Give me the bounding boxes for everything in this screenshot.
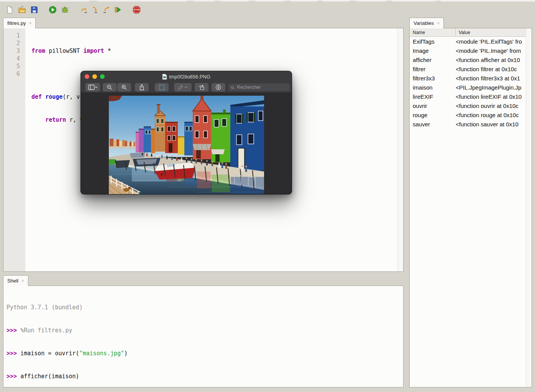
run-icon: [49, 6, 57, 14]
traffic-lights: [85, 74, 105, 79]
preview-search-field[interactable]: [228, 83, 290, 91]
variables-panel: Name Value ExifTags<module 'PIL.ExifTags…: [409, 28, 532, 387]
shell-panel[interactable]: Python 3.7.1 (bundled) >>> %Run filtres.…: [3, 286, 404, 387]
line-number-gutter: 1 2 3 4 5 6: [3, 28, 25, 271]
sidebar-icon: [88, 85, 97, 90]
window-title: tmp0f28o656.PNG: [162, 74, 210, 80]
line-number: 5: [3, 62, 25, 70]
new-file-button[interactable]: [5, 5, 15, 15]
step-out-button[interactable]: [101, 5, 111, 15]
variable-row[interactable]: afficher<function afficher at 0x10: [410, 55, 526, 64]
svg-text:STOP: STOP: [134, 9, 139, 11]
variable-row[interactable]: filtrer3x3<function filtrer3x3 at 0x1: [410, 74, 526, 83]
rotate-left-icon: [199, 84, 205, 90]
markup-circle-icon: [215, 84, 222, 90]
preview-toolbar: [81, 82, 292, 93]
save-icon: [30, 6, 38, 14]
step-over-button[interactable]: [79, 5, 89, 15]
markup-pen-button[interactable]: [174, 83, 192, 91]
tab-label: Variables: [414, 20, 434, 26]
zoom-window-button[interactable]: [100, 74, 105, 79]
shell-line: >>> afficher(imaison): [7, 372, 403, 380]
new-file-icon: [6, 6, 14, 14]
shell-output: Python 3.7.1 (bundled) >>> %Run filtres.…: [3, 286, 403, 392]
variables-header: Name Value: [410, 28, 532, 37]
stop-button[interactable]: STOP: [131, 5, 141, 15]
selection-button[interactable]: [155, 83, 169, 91]
debug-icon: [61, 6, 69, 14]
resume-icon: [113, 6, 121, 14]
variable-row[interactable]: filtrer<function filtrer at 0x10c: [410, 64, 526, 74]
variable-row[interactable]: Image<module 'PIL.Image' from: [410, 46, 526, 55]
search-input[interactable]: [236, 84, 287, 90]
line-number: 2: [3, 39, 25, 47]
zoom-in-button[interactable]: [117, 83, 131, 91]
line-number: 6: [3, 70, 25, 78]
line-number: 4: [3, 55, 25, 62]
variables-scrollbar[interactable]: [526, 28, 532, 387]
zoom-in-icon: [121, 84, 127, 90]
preview-window: tmp0f28o656.PNG: [80, 71, 292, 194]
preview-content: [81, 93, 292, 194]
column-header-value[interactable]: Value: [456, 28, 532, 36]
stop-icon: STOP: [133, 6, 141, 14]
variable-row[interactable]: imaison<PIL.JpegImagePlugin.Jp: [410, 83, 526, 92]
burano-canal-photo: [109, 96, 264, 194]
zoom-out-button[interactable]: [103, 83, 117, 91]
minimize-window-button[interactable]: [92, 74, 97, 79]
share-icon: [139, 84, 144, 90]
pen-icon: [178, 85, 183, 90]
variable-row[interactable]: ExifTags<module 'PIL.ExifTags' fro: [410, 37, 526, 46]
step-over-icon: [80, 6, 88, 14]
column-header-name[interactable]: Name: [410, 28, 456, 36]
sidebar-toggle-button[interactable]: [85, 83, 100, 91]
resume-button[interactable]: [112, 5, 122, 15]
main-toolbar: STOP: [0, 2, 535, 18]
markup-button[interactable]: [212, 83, 225, 91]
zoom-out-icon: [107, 84, 113, 90]
save-button[interactable]: [29, 5, 39, 15]
tab-close-icon[interactable]: ×: [29, 21, 31, 26]
open-file-button[interactable]: [17, 5, 27, 15]
tab-label: Shell: [7, 278, 18, 284]
step-into-button[interactable]: [90, 5, 100, 15]
search-icon: [231, 85, 235, 90]
editor-scrollbar[interactable]: [397, 28, 403, 271]
shell-line: >>> imaison = ouvrir("maisons.jpg"): [7, 350, 403, 357]
step-out-icon: [102, 6, 110, 14]
tab-shell[interactable]: Shell ×: [3, 275, 28, 286]
close-window-button[interactable]: [85, 74, 89, 79]
line-number: 1: [3, 32, 25, 39]
tab-variables[interactable]: Variables ×: [409, 18, 444, 28]
tab-label: filtres.py: [7, 20, 26, 26]
rotate-left-button[interactable]: [195, 83, 208, 91]
line-number: 3: [3, 47, 25, 55]
shell-line: Python 3.7.1 (bundled): [7, 304, 403, 311]
debug-button[interactable]: [60, 5, 70, 15]
png-document-icon: [162, 74, 167, 80]
open-file-icon: [18, 6, 26, 14]
tab-close-icon[interactable]: ×: [21, 279, 24, 283]
code-line-1: from pillowSNT import *: [31, 47, 398, 55]
variable-row[interactable]: rouge<function rouge at 0x10c: [410, 110, 526, 119]
variable-row[interactable]: sauver<function sauver at 0x10: [410, 119, 526, 129]
chevron-down-icon: [184, 86, 188, 88]
share-button[interactable]: [135, 83, 149, 91]
shell-line: >>> %Run filtres.py: [7, 327, 403, 334]
run-button[interactable]: [48, 5, 57, 15]
step-into-icon: [91, 6, 99, 14]
preview-titlebar[interactable]: tmp0f28o656.PNG: [81, 71, 292, 82]
selection-icon: [159, 85, 165, 90]
variable-row[interactable]: lireEXIF<function lireEXIF at 0x10: [410, 92, 526, 101]
tab-filtres-py[interactable]: filtres.py ×: [3, 18, 36, 28]
variables-list: ExifTags<module 'PIL.ExifTags' fro Image…: [410, 37, 526, 387]
variable-row[interactable]: ouvrir<function ouvrir at 0x10c: [410, 101, 526, 110]
tab-close-icon[interactable]: ×: [437, 21, 440, 26]
